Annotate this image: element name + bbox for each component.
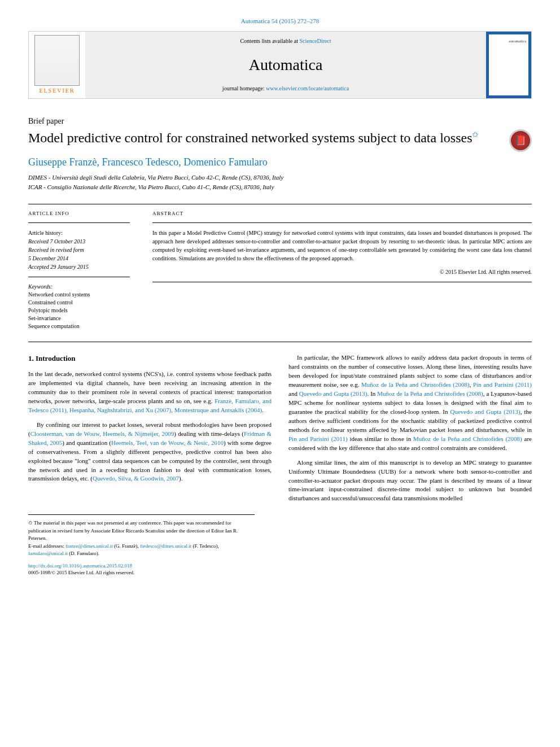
- footnotes: ✩ The material in this paper was not pre…: [28, 514, 255, 558]
- cite-pin-1[interactable]: Pin and Parisini (2011): [473, 381, 532, 388]
- history-label: Article history:: [28, 229, 130, 237]
- revised-label: Received in revised form: [28, 246, 130, 254]
- keyword-2: Constrained control: [28, 299, 130, 307]
- elsevier-tree-icon: [34, 35, 80, 86]
- emails-prefix: E-mail addresses:: [28, 543, 65, 549]
- p1-b: .: [262, 407, 264, 413]
- paper-title: Model predictive control for constrained…: [28, 129, 509, 147]
- contents-prefix: Contents lists available at: [240, 38, 299, 44]
- abstract-text: In this paper a Model Predictive Control…: [152, 229, 532, 263]
- contents-line: Contents lists available at ScienceDirec…: [91, 37, 480, 45]
- email-franze[interactable]: franze@dimes.unical.it: [65, 543, 113, 549]
- email-tedesco[interactable]: ftedesco@dimes.unical.it: [140, 543, 191, 549]
- cite-quevedo-silva[interactable]: Quevedo, Silva, & Goodwin, 2007: [93, 475, 179, 482]
- copyright-line: © 2015 Elsevier Ltd. All rights reserved…: [152, 268, 532, 276]
- journal-homepage-link[interactable]: www.elsevier.com/locate/automatica: [266, 85, 349, 91]
- keyword-1: Networked control systems: [28, 291, 130, 299]
- cite-heemels[interactable]: Heemels, Teel, van de Wouw, & Nesic, 201…: [111, 439, 224, 446]
- journal-cover-thumbnail: automatica: [486, 32, 531, 98]
- title-footnote-marker: ✩: [472, 130, 479, 139]
- cite-munoz-1[interactable]: Muñoz de la Peña and Christofides (2008): [361, 381, 470, 388]
- header-citation: Automatica 54 (2015) 272–278: [28, 17, 532, 25]
- title-text: Model predictive control for constrained…: [28, 130, 472, 145]
- article-info-heading: ARTICLE INFO: [28, 210, 130, 217]
- name-2: (F. Tedesco),: [191, 543, 218, 549]
- keyword-4: Set-invariance: [28, 314, 130, 322]
- cite-pin-2[interactable]: Pin and Parisini (2011): [288, 435, 348, 442]
- cite-munoz-2[interactable]: Muñoz de la Peña and Christofides (2008): [377, 390, 483, 397]
- p2-e: ).: [179, 475, 182, 482]
- homepage-line: journal homepage: www.elsevier.com/locat…: [91, 85, 480, 93]
- paper-type: Brief paper: [28, 116, 532, 127]
- doi-link[interactable]: http://dx.doi.org/10.1016/j.automatica.2…: [28, 563, 132, 569]
- cover-title: automatica: [509, 39, 526, 45]
- p3-m3: . In: [367, 390, 377, 397]
- accepted-date: Accepted 29 January 2015: [28, 263, 130, 271]
- cite-quevedo-gupta-1[interactable]: Quevedo and Gupta (2013): [299, 390, 368, 397]
- elsevier-logo: ELSEVIER: [29, 32, 85, 98]
- doi-block: http://dx.doi.org/10.1016/j.automatica.2…: [28, 562, 532, 576]
- p2-b: ) dealing with time-delays (: [174, 430, 244, 437]
- abstract-heading: ABSTRACT: [152, 210, 532, 217]
- body-text: 1. Introduction In the last decade, netw…: [28, 353, 532, 503]
- authors-list[interactable]: Giuseppe Franzè, Francesco Tedesco, Dome…: [28, 155, 532, 169]
- footnote-1: ✩ The material in this paper was not pre…: [28, 519, 255, 543]
- revised-date: 5 December 2014: [28, 254, 130, 263]
- p3-d: ideas similar to those in: [348, 435, 413, 442]
- received-date: Received 7 October 2013: [28, 237, 130, 246]
- affiliation-1: DIMES - Università degli Studi della Cal…: [28, 173, 532, 183]
- p2-c: ) and quantization (: [62, 439, 111, 446]
- article-info-block: ARTICLE INFO Article history: Received 7…: [28, 210, 130, 331]
- affiliations: DIMES - Università degli Studi della Cal…: [28, 173, 532, 193]
- keyword-5: Sequence computation: [28, 322, 130, 330]
- p3-m2: and: [288, 390, 299, 397]
- publisher-header: ELSEVIER Contents lists available at Sci…: [28, 31, 532, 98]
- section-heading: 1. Introduction: [28, 353, 272, 364]
- abstract-block: ABSTRACT In this paper a Model Predictiv…: [152, 210, 532, 331]
- cite-quevedo-gupta-2[interactable]: Quevedo and Gupta (2013): [450, 408, 520, 415]
- crossmark-icon[interactable]: 📕: [509, 129, 532, 152]
- divider: [28, 204, 532, 204]
- p4: Along similar lines, the aim of this man…: [288, 458, 532, 504]
- name-3: (D. Famularo).: [68, 551, 99, 556]
- homepage-prefix: journal homepage:: [222, 85, 266, 91]
- name-1: (G. Franzè),: [113, 543, 140, 549]
- cite-cloosterman[interactable]: Cloosterman, van de Wouw, Heemels, & Nij…: [30, 430, 174, 437]
- journal-name: Automatica: [91, 54, 480, 76]
- affiliation-2: ICAR - Consiglio Nazionale delle Ricerch…: [28, 182, 532, 193]
- keyword-3: Polytopic models: [28, 307, 130, 314]
- issn-line: 0005-1098/© 2015 Elsevier Ltd. All right…: [28, 570, 134, 575]
- keywords-label: Keywords:: [28, 283, 130, 291]
- cite-munoz-3[interactable]: Muñoz de la Peña and Christofides (2008): [413, 435, 522, 442]
- elsevier-text: ELSEVIER: [39, 87, 75, 95]
- sciencedirect-link[interactable]: ScienceDirect: [299, 38, 331, 44]
- email-famularo[interactable]: famularo@unical.it: [28, 551, 68, 556]
